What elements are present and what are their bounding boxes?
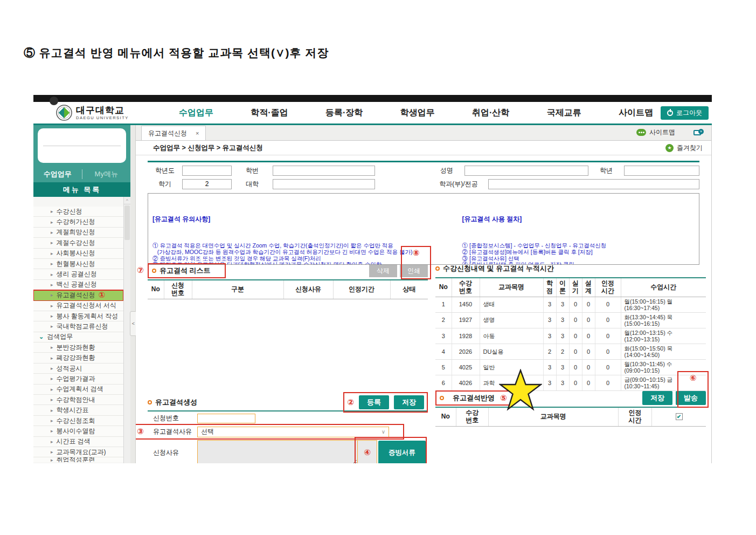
request-no-field[interactable]: [197, 414, 255, 423]
enrollment-row[interactable]: 11450생태33000월(15:00~16:15) 월(16:30~17:45…: [435, 297, 706, 312]
select-all-checkbox[interactable]: ✔: [676, 413, 683, 420]
sidebar-item[interactable]: ▸폐강강좌현황: [33, 353, 123, 363]
sidebar-item[interactable]: ▸유고결석신청서 서식: [33, 301, 123, 311]
app-window: 대구대학교 DAEGU UNIVERSITY 수업업무학적·졸업등록·장학학생업…: [33, 95, 712, 465]
sidebar-item-label: 수강신청: [57, 207, 82, 216]
sidebar-item[interactable]: ▸생리 공결신청: [33, 269, 123, 279]
triangle-bullet-icon: ▸: [51, 313, 53, 319]
triangle-bullet-icon: ▸: [51, 292, 53, 298]
sidebar-item[interactable]: ⌄검색업무: [33, 332, 123, 342]
enrollment-cell: 0: [582, 344, 595, 359]
save-button[interactable]: 저장: [394, 395, 424, 409]
sidebar-item-label: 폐강강좌현황: [57, 353, 95, 362]
sidebar-tab-work[interactable]: 수업업무: [33, 169, 82, 179]
sidebar-item[interactable]: ▸수강학점안내: [33, 395, 123, 405]
sidebar-item[interactable]: ▸사회봉사신청: [33, 249, 123, 259]
grade-field[interactable]: [624, 166, 699, 176]
major-field[interactable]: [488, 179, 699, 189]
sidebar-item[interactable]: ▸교과목개요(교과): [33, 447, 123, 457]
sidebar-item[interactable]: ▸헌혈봉사신청: [33, 259, 123, 269]
semester-field[interactable]: [182, 179, 232, 189]
sidebar-item[interactable]: ▸계절수강신청: [33, 238, 123, 248]
nav-item[interactable]: 학적·졸업: [251, 107, 288, 119]
enrollment-cell: 4025: [452, 360, 480, 375]
menu-list-title: 메뉴 목록: [33, 182, 130, 197]
sidebar-item[interactable]: ▸계절희망신청: [33, 228, 123, 238]
column-header: 신청사유: [283, 280, 333, 299]
sidebar-item[interactable]: ▸학생시간표: [33, 405, 123, 415]
sidebar-item[interactable]: ▸수강신청: [33, 207, 123, 217]
delete-button[interactable]: 삭제: [369, 265, 397, 277]
enrollment-cell: 0: [595, 375, 621, 391]
notice-right-lines: ① [종합정보시스템] - 수업업무 - 신청업무 - 유고결석신청② [유고결…: [462, 243, 696, 265]
sidebar-item-label: 유고결석신청서 서식: [57, 301, 116, 310]
app-header: 대구대학교 DAEGU UNIVERSITY 수업업무학적·졸업등록·장학학생업…: [33, 102, 712, 125]
sidebar-item[interactable]: ▸유고결석신청①: [33, 290, 123, 300]
sidebar-item-label: 계절수강신청: [57, 238, 95, 248]
send-button[interactable]: 발송: [676, 391, 706, 405]
sidebar-item[interactable]: ▸성적공시: [33, 363, 123, 374]
column-header: 인정 시간: [595, 278, 621, 297]
sidebar-item[interactable]: ▸분반강좌현황: [33, 342, 123, 353]
tab-bar: 유고결석신청 × 사이트맵 ×: [136, 125, 711, 141]
scrollbar-thumb[interactable]: [124, 205, 130, 240]
reflection-save-button[interactable]: 저장: [642, 391, 672, 405]
column-header: 교과목명: [480, 278, 543, 297]
reflection-title: 유고결석반영: [453, 393, 495, 403]
nav-item[interactable]: 사이트맵: [619, 107, 653, 119]
sidebar-item[interactable]: ▸백신 공결신청: [33, 280, 123, 290]
sidebar-item[interactable]: ▸수강신청조회: [33, 416, 123, 426]
nav-item[interactable]: 수업업무: [179, 107, 213, 119]
college-field[interactable]: [273, 179, 375, 189]
close-icon[interactable]: ×: [196, 130, 199, 136]
sidebar-item[interactable]: ▸국내학점교류신청: [33, 321, 123, 332]
nav-item[interactable]: 취업·산학: [472, 107, 509, 119]
sidebar-item[interactable]: ▸수업계획서 검색: [33, 385, 123, 395]
scroll-up-icon[interactable]: ^: [124, 197, 130, 204]
year-field[interactable]: [182, 166, 232, 176]
sidebar-item-label: 검색업무: [47, 332, 73, 341]
print-button[interactable]: 인쇄: [400, 265, 428, 277]
enrollment-cell: 월(15:00~16:15) 월(16:30~17:45): [621, 297, 706, 312]
sidebar-item-label: 시간표 검색: [57, 437, 91, 446]
studentno-field[interactable]: [273, 166, 375, 176]
sidebar-item-label: 수업평가결과: [57, 374, 95, 383]
college-label: 대학: [232, 180, 273, 189]
favorite-link[interactable]: ★ 즐겨찾기: [665, 143, 703, 153]
sidebar-item[interactable]: ▸수업평가결과: [33, 374, 123, 384]
sidebar-item-label: 수강학점안내: [57, 395, 95, 404]
tab-absence-request[interactable]: 유고결석신청 ×: [141, 126, 206, 140]
name-field[interactable]: [464, 166, 588, 176]
sidebar-item[interactable]: ▸봉사이수열람: [33, 426, 123, 436]
sidebar-tab-mymenu[interactable]: My메뉴: [82, 169, 131, 179]
sidebar-item[interactable]: ▸시간표 검색: [33, 437, 123, 447]
enrollment-row[interactable]: 54025일반33000월(10:30~11:45) 수(09:00~10:15…: [435, 360, 706, 375]
enrollment-row[interactable]: 31928아동33000월(12:00~13:15) 수(12:00~13:15…: [435, 328, 706, 344]
register-button[interactable]: 등록: [359, 395, 389, 409]
evidence-button[interactable]: 증빙서류: [378, 441, 426, 463]
column-header: 인정 시간: [618, 407, 651, 426]
sidebar-item[interactable]: ▸봉사 활동계획서 작성: [33, 311, 123, 321]
logout-button[interactable]: 로그아웃: [661, 106, 709, 120]
notice-right-title: [유고결석 사용 절차]: [462, 215, 696, 223]
triangle-bullet-icon: ▸: [51, 397, 53, 402]
reason-type-select[interactable]: 선택 ∨: [197, 427, 389, 437]
university-logo[interactable]: 대구대학교 DAEGU UNIVERSITY: [56, 105, 158, 121]
sidebar-item[interactable]: ▸취업적성훈련: [33, 457, 123, 462]
reason-type-value: 선택: [201, 427, 214, 436]
popup-window-icon[interactable]: ×: [693, 129, 704, 136]
nav-item[interactable]: 국제교류: [547, 107, 581, 119]
column-header: 신청 번호: [164, 280, 192, 299]
reason-textarea[interactable]: [197, 440, 358, 463]
enrollment-cell: 2026: [452, 344, 480, 359]
step-3-badge: ③: [137, 428, 144, 436]
sidebar-menu-list: ▸수강신청▸수강허가신청▸계절희망신청▸계절수강신청▸사회봉사신청▸헌혈봉사신청…: [33, 197, 123, 463]
sidebar-item[interactable]: ▸수강허가신청: [33, 217, 123, 227]
nav-item[interactable]: 학생업무: [400, 107, 435, 119]
nav-item[interactable]: 등록·장학: [325, 107, 363, 119]
sitemap-link[interactable]: 사이트맵: [636, 128, 675, 137]
enrollment-row[interactable]: 42026DU실용22000화(15:00~15:50) 목(14:00~14:…: [435, 344, 706, 359]
enrollment-row[interactable]: 64026과학33000금(09:00~10:15) 금(10:30~11:45…: [435, 375, 706, 391]
triangle-bullet-icon: ▸: [51, 376, 53, 381]
enrollment-row[interactable]: 21927생명33000화(13:30~14:45) 목(15:00~16:15…: [435, 312, 706, 328]
